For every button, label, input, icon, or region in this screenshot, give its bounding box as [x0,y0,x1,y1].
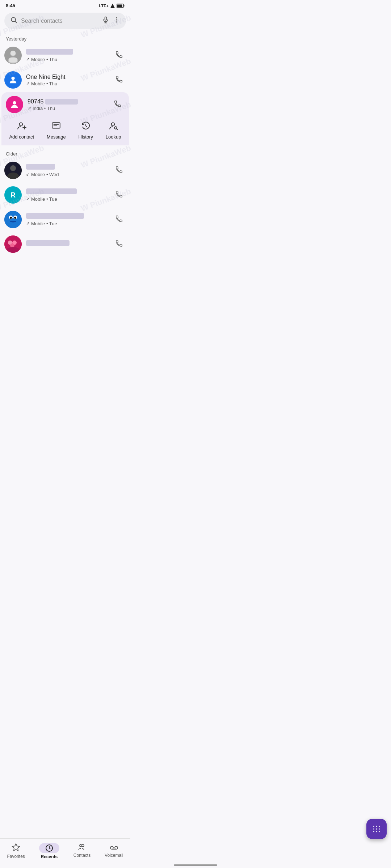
microphone-icon[interactable] [102,16,109,25]
svg-point-19 [19,123,22,126]
lookup-icon [109,121,118,133]
call-name-1 [26,49,108,56]
status-bar: 8:45 LTE+ [0,0,130,10]
call-meta-older-2: ↗ Mobile • Tue [26,196,108,202]
svg-point-33 [14,217,16,219]
person-icon-3 [9,99,20,110]
signal-icon [110,3,115,8]
context-add-contact[interactable]: Add contact [5,120,38,141]
call-button-older-1[interactable] [112,163,126,178]
blurred-name-older-4 [26,240,70,246]
status-icons: LTE+ [99,3,125,8]
svg-line-5 [15,21,17,23]
call-name-3: 90745 [28,98,106,105]
avatar-older-2: R [4,186,22,204]
svg-point-23 [112,123,115,126]
call-info-older-4 [26,240,108,248]
search-bar[interactable]: Search contacts [4,13,126,29]
context-message[interactable]: Message [42,120,70,141]
call-button-older-4[interactable] [112,237,126,252]
svg-point-17 [11,77,14,80]
call-button-older-2[interactable] [112,187,126,203]
more-options-icon[interactable] [113,16,120,25]
call-item-older-2[interactable]: R ↗ Mobile • Tue [0,183,130,207]
call-item-yesterday-2[interactable]: One Nine Eight ↗ Mobile • Thu [0,68,130,92]
blurred-name-older-3 [26,213,84,219]
call-info-1: ↗ Mobile • Thu [26,49,108,62]
avatar-letter-R: R [10,191,16,199]
call-info-older-2: ↗ Mobile • Tue [26,188,108,202]
search-icon [10,16,17,25]
avatar-group-4 [4,235,22,253]
avatar-photo-1 [4,47,22,64]
avatar-1 [4,47,22,64]
avatar-older-1 [4,162,22,179]
call-direction-arrow-2: ↗ [26,81,30,86]
svg-point-11 [116,21,117,22]
svg-marker-0 [110,4,115,8]
context-lookup[interactable]: Lookup [101,120,126,141]
blurred-name-older-2 [26,188,77,194]
call-button-older-3[interactable] [112,212,126,227]
battery-icon [117,4,125,8]
svg-point-29 [4,211,22,228]
name-text-2: One Nine Eight [26,74,66,80]
call-info-older-3: ↗ Mobile • Tue [26,213,108,226]
call-name-older-3 [26,213,108,220]
call-info-3: 90745 ↗ India • Thu [28,98,106,111]
call-item-older-3[interactable]: ↗ Mobile • Tue [0,207,130,232]
context-history[interactable]: History [74,120,97,141]
call-detail-2: Mobile • Thu [31,81,57,86]
person-icon-2 [8,75,18,85]
avatar-cookie-3 [4,211,22,228]
call-direction-arrow-3: ↗ [28,106,31,111]
call-item-older-1[interactable]: ↙ Mobile • Wed [0,158,130,183]
context-menu: Add contact Message [3,117,127,145]
avatar-3 [6,96,23,113]
avatar-photo-older-1 [4,162,22,179]
message-icon [51,121,61,133]
network-icon: LTE+ [99,4,109,8]
call-detail-1: Mobile • Thu [31,57,57,62]
blurred-name-older-1 [26,164,55,170]
call-direction-older-2: ↗ [26,196,30,201]
svg-rect-16 [9,58,17,63]
yesterday-label: Yesterday [0,33,130,43]
call-detail-older-3: Mobile • Tue [31,221,57,226]
message-label: Message [47,134,66,140]
call-name-older-2 [26,188,108,196]
call-meta-1: ↗ Mobile • Thu [26,57,108,62]
history-label: History [79,134,93,140]
call-direction-older-1: ↙ [26,172,30,177]
call-meta-older-1: ↙ Mobile • Wed [26,172,108,177]
call-name-older-4 [26,240,108,247]
call-detail-older-2: Mobile • Tue [31,196,57,202]
blurred-name-1 [26,49,73,55]
call-meta-3: ↗ India • Thu [28,106,106,111]
call-name-older-1 [26,164,108,171]
svg-point-9 [116,17,117,18]
call-meta-2: ↗ Mobile • Thu [26,81,108,86]
svg-point-18 [13,101,16,105]
call-item-older-4[interactable] [0,232,130,256]
svg-point-10 [116,20,117,21]
call-button-3[interactable] [111,97,125,112]
avatar-older-3 [4,211,22,228]
svg-rect-2 [124,5,125,7]
search-placeholder: Search contacts [21,18,98,24]
add-contact-label: Add contact [9,134,34,140]
call-item-yesterday-3[interactable]: 90745 ↗ India • Thu [1,92,129,117]
call-direction-older-3: ↗ [26,221,30,226]
call-info-older-1: ↙ Mobile • Wed [26,164,108,177]
svg-point-27 [10,165,16,171]
call-item-yesterday-1[interactable]: ↗ Mobile • Thu [0,43,130,68]
svg-rect-3 [117,4,122,7]
call-info-2: One Nine Eight ↗ Mobile • Thu [26,74,108,86]
blurred-name-suffix-3 [45,99,78,105]
call-button-1[interactable] [112,48,126,63]
call-detail-3: India • Thu [33,106,55,111]
call-detail-older-1: Mobile • Wed [31,172,59,177]
status-time: 8:45 [6,3,15,8]
call-button-2[interactable] [112,72,126,88]
avatar-2 [4,71,22,89]
